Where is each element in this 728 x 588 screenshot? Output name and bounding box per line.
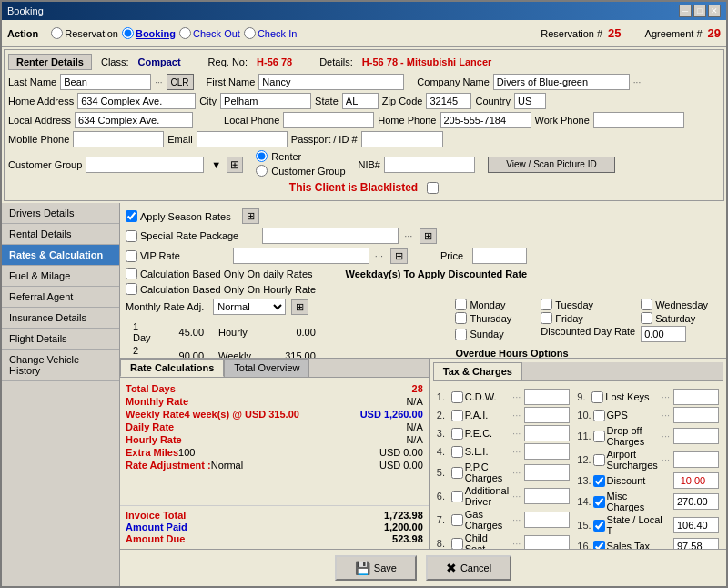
childseat-check[interactable] [451, 538, 463, 550]
sidebar-item-drivers[interactable]: Drivers Details [2, 203, 119, 224]
blacklisted-checkbox[interactable] [427, 182, 439, 194]
season-options-btn[interactable]: ⊞ [242, 208, 259, 224]
vip-checkbox-label[interactable]: VIP Rate [126, 250, 180, 262]
special-rate-input[interactable] [262, 228, 399, 244]
zip-input[interactable] [426, 93, 471, 109]
sidebar-item-rates[interactable]: Rates & Calculation [2, 245, 119, 266]
pai-input[interactable] [524, 407, 570, 423]
apply-season-checkbox-label[interactable]: Apply Season Rates [126, 210, 231, 222]
bill-renter-radio[interactable]: Renter [256, 150, 345, 162]
sidebar-item-referral[interactable]: Referral Agent [2, 287, 119, 308]
lostkeys-check[interactable] [592, 391, 603, 403]
sidebar-item-insurance[interactable]: Insurance Details [2, 308, 119, 329]
tuesday-label[interactable]: Tuesday [541, 299, 635, 310]
vip-input[interactable] [233, 248, 369, 264]
calc-daily-label[interactable]: Calculation Based Only On daily Rates [126, 268, 313, 279]
thursday-label[interactable]: Thursday [455, 312, 535, 324]
sidebar-item-flight[interactable]: Flight Details [2, 329, 119, 350]
company-input[interactable] [493, 74, 630, 90]
home-address-input[interactable] [77, 93, 196, 109]
tab-rate-calc[interactable]: Rate Calculations [120, 359, 224, 377]
tab-tax-charges[interactable]: Tax & Charges [433, 362, 522, 380]
save-button[interactable]: 💾 Save [335, 555, 417, 581]
home-phone-input[interactable] [440, 112, 531, 128]
calc-daily-checkbox[interactable] [126, 268, 137, 279]
special-rate-checkbox-label[interactable]: Special Rate Package [126, 230, 238, 242]
cg-dropdown-icon[interactable]: ▼ [211, 159, 221, 170]
nib-input[interactable] [384, 157, 475, 173]
cancel-button[interactable]: ✖ Cancel [426, 555, 511, 581]
state-input[interactable] [342, 93, 379, 109]
calc-hourly-checkbox[interactable] [126, 283, 137, 295]
local-phone-input[interactable] [283, 112, 374, 128]
dropoff-check[interactable] [593, 431, 605, 442]
gps-input[interactable] [673, 407, 719, 423]
last-name-input[interactable] [60, 74, 151, 90]
wednesday-label[interactable]: Wednesday [641, 299, 721, 310]
ppc-check[interactable] [451, 467, 463, 479]
pai-check[interactable] [451, 410, 463, 421]
radio-booking[interactable]: Booking [122, 27, 176, 39]
first-name-input[interactable] [258, 74, 404, 90]
email-input[interactable] [197, 131, 288, 147]
friday-label[interactable]: Friday [541, 312, 635, 324]
tab-total-overview[interactable]: Total Overview [224, 359, 309, 377]
misc-check[interactable] [593, 496, 605, 508]
radio-reservation[interactable]: Reservation [51, 27, 118, 39]
sidebar-item-vehicle-history[interactable]: Change Vehicle History [2, 350, 119, 381]
ppc-input[interactable] [524, 464, 570, 481]
lostkeys-input[interactable] [673, 389, 719, 405]
special-rate-checkbox[interactable] [126, 230, 137, 242]
misc-input[interactable] [673, 493, 719, 510]
local-address-input[interactable] [75, 112, 193, 128]
customer-group-input[interactable] [86, 157, 204, 173]
radio-checkin[interactable]: Check In [244, 27, 297, 39]
disc-day-rate-input[interactable] [641, 326, 686, 342]
monday-label[interactable]: Monday [455, 299, 535, 310]
gas-check[interactable] [451, 514, 463, 526]
view-scan-btn[interactable]: View / Scan Picture ID [488, 157, 615, 173]
sli-input[interactable] [524, 443, 570, 460]
dropoff-input[interactable] [673, 428, 719, 444]
gas-input[interactable] [524, 512, 570, 528]
monthly-adj-btn[interactable]: ⊞ [291, 299, 308, 315]
saturday-label[interactable]: Saturday [641, 312, 721, 324]
discount-input[interactable] [673, 472, 719, 489]
pec-check[interactable] [451, 428, 463, 440]
pec-input[interactable] [524, 425, 570, 441]
country-input[interactable] [514, 93, 546, 109]
calc-hourly-label[interactable]: Calculation Based Only On Hourly Rate [126, 283, 316, 295]
airport-check[interactable] [593, 454, 605, 466]
cdw-input[interactable] [524, 389, 570, 405]
state-input[interactable] [673, 517, 719, 533]
airport-input[interactable] [673, 451, 719, 468]
sli-check[interactable] [451, 446, 463, 458]
discount-check[interactable] [593, 475, 605, 487]
passport-input[interactable] [361, 131, 443, 147]
adddriver-input[interactable] [524, 488, 570, 504]
apply-season-checkbox[interactable] [126, 210, 137, 222]
close-btn[interactable]: ✕ [708, 5, 721, 17]
radio-checkout[interactable]: Check Out [179, 27, 240, 39]
sidebar-item-rental[interactable]: Rental Details [2, 224, 119, 245]
bill-customer-radio[interactable]: Customer Group [256, 165, 345, 177]
price-input[interactable] [472, 248, 527, 264]
monthly-adj-select[interactable]: Normal [213, 299, 286, 315]
cg-add-btn[interactable]: ⊞ [227, 157, 243, 173]
sunday-label[interactable]: Sunday [455, 326, 535, 342]
gps-check[interactable] [593, 410, 605, 421]
cdw-check[interactable] [451, 391, 463, 403]
mobile-input[interactable] [73, 131, 164, 147]
special-rate-btn[interactable]: ⊞ [420, 228, 437, 244]
sidebar-item-fuel[interactable]: Fuel & Milage [2, 266, 119, 287]
adddriver-check[interactable] [451, 491, 463, 502]
minimize-btn[interactable]: ─ [679, 5, 692, 17]
state-check[interactable] [593, 520, 605, 532]
ellipsis-icon: ··· [155, 77, 162, 87]
vip-checkbox[interactable] [126, 250, 137, 262]
vip-btn[interactable]: ⊞ [390, 248, 408, 264]
work-phone-input[interactable] [593, 112, 684, 128]
clr-btn[interactable]: CLR [167, 74, 194, 90]
maximize-btn[interactable]: □ [693, 5, 706, 17]
city-input[interactable] [220, 93, 311, 109]
